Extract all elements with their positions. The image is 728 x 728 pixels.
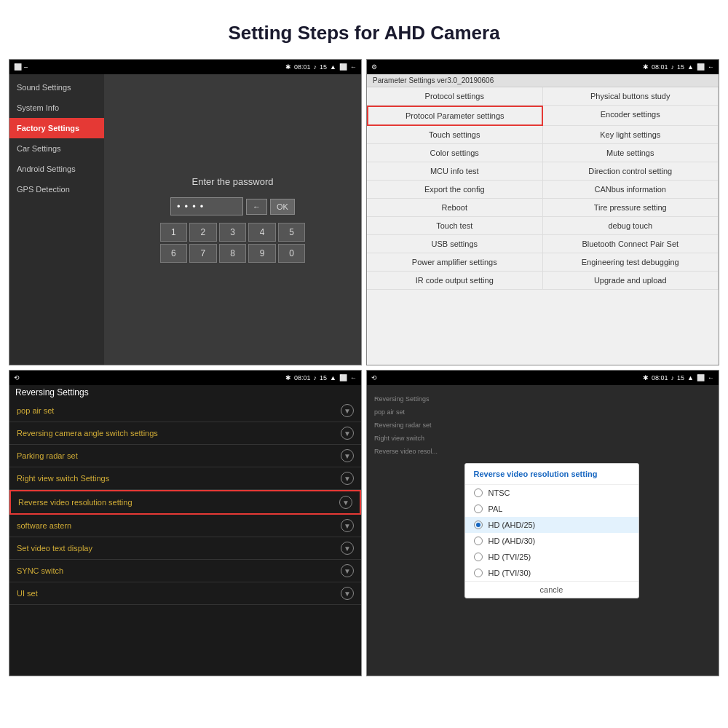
numpad-6[interactable]: 6: [160, 244, 188, 263]
numpad-1[interactable]: 1: [160, 223, 188, 242]
cell-debug-touch[interactable]: debug touch: [543, 217, 719, 235]
s3-right-view[interactable]: Right view switch Settings ▼: [9, 467, 361, 490]
numpad-5[interactable]: 5: [278, 223, 306, 242]
radio-hd-tvi25: [474, 553, 483, 561]
sidebar-car-settings[interactable]: Car Settings: [9, 138, 104, 159]
minus-icon: –: [24, 63, 28, 71]
numpad-3[interactable]: 3: [219, 223, 247, 242]
s2-title: Parameter Settings ver3.0_20190606: [367, 74, 719, 87]
s3-ui-set[interactable]: UI set ▼: [9, 582, 361, 605]
back-icon-3: ←: [350, 374, 357, 381]
sidebar-system-info[interactable]: System Info: [9, 98, 104, 118]
bluetooth-icon-4: ✱: [643, 374, 649, 381]
s2-content: Parameter Settings ver3.0_20190606 Proto…: [367, 74, 719, 365]
cell-key-light[interactable]: Key light settings: [543, 126, 719, 144]
option-pal[interactable]: PAL: [465, 501, 638, 517]
s3-pop-air[interactable]: pop air set ▼: [9, 400, 361, 422]
sidebar-android-settings[interactable]: Android Settings: [9, 159, 104, 179]
cell-protocol-param[interactable]: Protocol Parameter settings: [367, 106, 543, 126]
s3-reverse-video[interactable]: Reverse video resolution setting ▼: [9, 490, 361, 515]
signal-icon-4: ▲: [687, 374, 694, 381]
numpad-0[interactable]: 0: [278, 244, 306, 263]
option-ntsc[interactable]: NTSC: [465, 485, 638, 501]
radio-hd-ahd25-inner: [476, 523, 480, 527]
cell-physical-buttons[interactable]: Physical buttons study: [543, 87, 719, 106]
password-dialog: Enter the password ← OK 1 2 3 4 5 6 7 8 …: [104, 74, 361, 365]
cell-protocol-settings[interactable]: Protocol settings: [367, 87, 543, 106]
option-hd-ahd30[interactable]: HD (AHD/30): [465, 533, 638, 549]
reverse-video-label: Reverse video resolution setting: [18, 498, 132, 507]
pop-air-label: pop air set: [17, 406, 54, 415]
cell-ir-code[interactable]: IR code output setting: [367, 272, 543, 290]
screen-icon-2: ⬜: [697, 63, 705, 71]
screen1: ⬜ – ✱ 08:01 ♪ 15 ▲ ⬜ ← Sound Settings Sy…: [9, 59, 362, 365]
battery-3: 15: [320, 374, 327, 381]
software-astern-icon: ▼: [341, 519, 354, 532]
video-text-icon: ▼: [341, 542, 354, 555]
s3-video-text[interactable]: Set video text display ▼: [9, 537, 361, 560]
s3-sync-switch[interactable]: SYNC switch ▼: [9, 560, 361, 582]
signal-icon-3: ▲: [330, 374, 336, 381]
cancel-label[interactable]: cancle: [540, 585, 563, 594]
reverse-icon-4: ⟲: [371, 374, 377, 381]
cell-engineering-test[interactable]: Engineering test debugging: [543, 253, 719, 272]
sidebar-factory-settings[interactable]: Factory Settings: [9, 118, 104, 138]
parking-radar-label: Parking radar set: [17, 451, 78, 460]
cell-direction[interactable]: Direction control setting: [543, 162, 719, 181]
speaker-icon: ♪: [314, 63, 317, 71]
password-title: Enter the password: [191, 176, 273, 187]
s3-camera-angle[interactable]: Reversing camera angle switch settings ▼: [9, 422, 361, 445]
s3-software-astern[interactable]: software astern ▼: [9, 515, 361, 537]
battery-2: 15: [677, 63, 684, 71]
ok-button[interactable]: OK: [270, 199, 295, 215]
signal-icon: ▲: [330, 63, 336, 71]
pop-air-icon: ▼: [341, 404, 354, 417]
cancel-row[interactable]: cancle: [465, 581, 638, 598]
numpad-2[interactable]: 2: [189, 223, 217, 242]
cell-power-amp[interactable]: Power amplifier settings: [367, 253, 543, 272]
parking-radar-icon: ▼: [341, 449, 354, 462]
numpad-4[interactable]: 4: [248, 223, 276, 242]
cell-color-settings[interactable]: Color settings: [367, 144, 543, 162]
sidebar-sound-settings[interactable]: Sound Settings: [9, 77, 104, 98]
cell-upgrade[interactable]: Upgrade and upload: [543, 272, 719, 290]
cell-touch-test[interactable]: Touch test: [367, 217, 543, 235]
bluetooth-icon-3: ✱: [285, 374, 291, 381]
speaker-icon-4: ♪: [671, 374, 675, 381]
ui-set-label: UI set: [17, 589, 38, 598]
numpad-7[interactable]: 7: [189, 244, 217, 263]
home-icon: ⬜: [14, 63, 22, 71]
time-3: 08:01: [294, 374, 311, 381]
speaker-icon-3: ♪: [314, 374, 317, 381]
back-icon-4: ←: [708, 374, 714, 381]
reverse-video-icon: ▼: [339, 496, 352, 509]
numpad-9[interactable]: 9: [248, 244, 276, 263]
cell-tire-pressure[interactable]: Tire pressure setting: [543, 199, 719, 217]
numpad-8[interactable]: 8: [219, 244, 247, 263]
status-bar-4: ⟲ ✱ 08:01 ♪ 15 ▲ ⬜ ←: [367, 371, 719, 385]
option-hd-tvi25[interactable]: HD (TVI/25): [465, 549, 638, 565]
bluetooth-icon-2: ✱: [643, 63, 649, 71]
s3-parking-radar[interactable]: Parking radar set ▼: [9, 445, 361, 467]
cell-encoder[interactable]: Encoder settings: [543, 106, 719, 126]
option-hd-tvi30[interactable]: HD (TVI/30): [465, 565, 638, 581]
cell-bluetooth-pair[interactable]: Bluetooth Connect Pair Set: [543, 235, 719, 253]
cell-export-config[interactable]: Export the config: [367, 181, 543, 199]
time-1: 08:01: [294, 63, 311, 71]
cell-mute[interactable]: Mute settings: [543, 144, 719, 162]
s2-grid: Protocol settings Physical buttons study…: [367, 87, 719, 290]
cell-reboot[interactable]: Reboot: [367, 199, 543, 217]
radio-hd-ahd25: [474, 521, 483, 529]
backspace-button[interactable]: ←: [246, 199, 267, 215]
sidebar-gps-detection[interactable]: GPS Detection: [9, 179, 104, 199]
hd-tvi25-label: HD (TVI/25): [488, 553, 531, 561]
cell-usb[interactable]: USB settings: [367, 235, 543, 253]
radio-hd-tvi30: [474, 569, 483, 577]
cell-touch-settings[interactable]: Touch settings: [367, 126, 543, 144]
cell-canbus[interactable]: CANbus information: [543, 181, 719, 199]
option-hd-ahd25[interactable]: HD (AHD/25): [465, 517, 638, 533]
password-field[interactable]: [170, 197, 243, 215]
s3-content: Reversing Settings pop air set ▼ Reversi…: [9, 385, 361, 676]
cell-mcu-info[interactable]: MCU info test: [367, 162, 543, 181]
params-icon: ⚙: [371, 63, 377, 71]
